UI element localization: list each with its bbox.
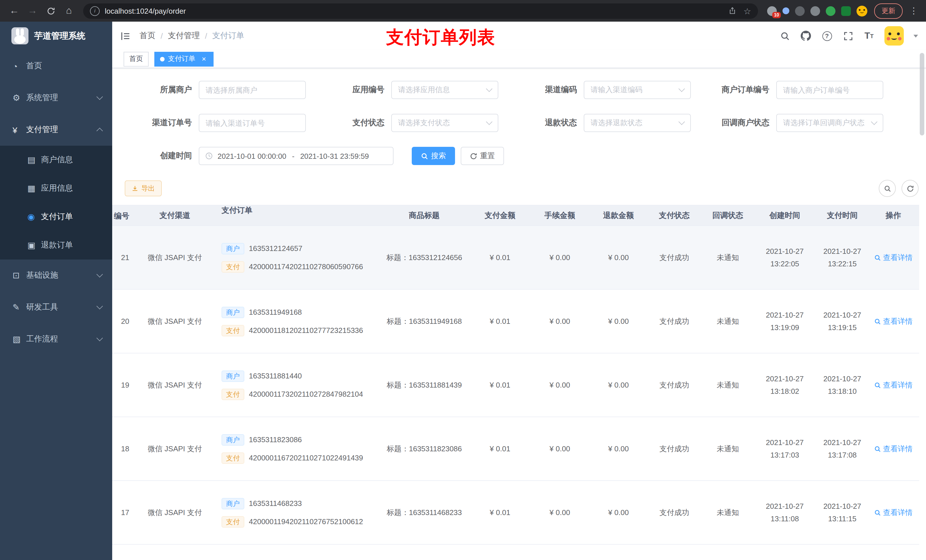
page-title-annotation: 支付订单列表 — [386, 26, 495, 50]
table-row: 21 微信 JSAPI 支付 商户 1635312124657 支付 42000… — [112, 226, 919, 290]
cell-notify: 未通知 — [701, 226, 755, 289]
cell-fee: ¥ 0.00 — [530, 353, 589, 417]
extension-icon[interactable]: 10 — [767, 6, 777, 16]
breadcrumb-home[interactable]: 首页 — [139, 31, 156, 41]
sidebar-item-label: 退款订单 — [41, 240, 102, 251]
github-icon[interactable] — [800, 30, 811, 42]
sidebar-item-pay-order[interactable]: ◉ 支付订单 — [0, 202, 112, 231]
sidebar-item-payment[interactable]: ¥ 支付管理 — [0, 114, 112, 146]
scrollbar-thumb[interactable] — [920, 53, 924, 136]
view-detail-link[interactable]: 查看详情 — [874, 316, 912, 326]
top-navbar: 首页 / 支付管理 / 支付订单 ? — [112, 22, 926, 50]
cell-status: 支付成功 — [648, 417, 701, 480]
sidebar-fold-icon[interactable] — [120, 30, 131, 41]
sidebar-item-workflow[interactable]: ▧ 工作流程 — [0, 323, 112, 355]
tab-pay-order[interactable]: 支付订单 × — [154, 51, 213, 66]
sidebar-item-label: 基础设施 — [26, 270, 97, 281]
chevron-down-icon — [679, 119, 685, 125]
create-time-range[interactable]: 2021-10-01 00:00:00 - 2021-10-31 23:59:5… — [199, 147, 393, 165]
profile-avatar[interactable] — [856, 5, 867, 16]
view-detail-link[interactable]: 查看详情 — [874, 444, 912, 454]
cell-fee: ¥ 0.00 — [530, 481, 589, 544]
table-header: 编号 支付渠道 支付订单 商品标题 支付金额 手续金额 退款金额 支付状态 回调… — [112, 205, 919, 226]
address-bar[interactable]: i localhost:1024/pay/order ☆ — [83, 3, 758, 18]
browser-update-button[interactable]: 更新 — [874, 3, 903, 18]
cell-actions: 查看详情 — [870, 545, 917, 560]
site-info-icon[interactable]: i — [90, 6, 100, 16]
page-content: 所属商户 应用编号 请选择应用信息 渠道编码 请输入渠道编码 — [112, 68, 926, 560]
view-detail-link[interactable]: 查看详情 — [874, 380, 912, 390]
share-icon[interactable] — [728, 7, 736, 15]
notify-status-select[interactable]: 请选择订单回调商户状态 — [776, 114, 883, 132]
channel-order-no: 4200001167202110271022491439 — [249, 454, 363, 462]
sidebar-item-home[interactable]: ◔ 首页 — [0, 50, 112, 82]
table-row: 商户 1635311357186 支付 标题： 查看详情 — [112, 545, 919, 560]
breadcrumb-separator: / — [160, 31, 163, 41]
cell-amount: ¥ 0.01 — [470, 226, 530, 289]
extension-icon[interactable] — [841, 6, 851, 16]
clock-icon — [205, 152, 213, 160]
extension-icon[interactable] — [795, 6, 805, 16]
breadcrumb-payment[interactable]: 支付管理 — [168, 31, 200, 41]
channel-order-no-input[interactable] — [199, 114, 306, 132]
navbar-actions: ? TT — [779, 26, 918, 45]
export-button[interactable]: 导出 — [125, 180, 162, 196]
font-size-icon[interactable]: TT — [863, 30, 875, 42]
bookmark-star-icon[interactable]: ☆ — [743, 6, 751, 15]
browser-extensions[interactable]: 10 — [764, 5, 871, 16]
cell-create-time: 2021-10-27 13:22:05 — [755, 226, 815, 289]
cell-id — [112, 545, 135, 560]
infra-icon: ⊡ — [12, 270, 26, 281]
sidebar-item-devtools[interactable]: ✎ 研发工具 — [0, 291, 112, 323]
col-amount: 支付金额 — [470, 205, 530, 225]
view-detail-link[interactable]: 查看详情 — [874, 252, 912, 263]
sidebar-item-label: 工作流程 — [26, 334, 97, 344]
channel-order-no: 4200001181202110277723215336 — [249, 326, 363, 335]
sidebar-item-app-info[interactable]: ▦ 应用信息 — [0, 174, 112, 202]
pay-tag: 支付 — [221, 452, 244, 463]
search-button[interactable]: 搜索 — [412, 147, 455, 165]
cell-create-time: 2021-10-27 13:17:03 — [755, 417, 815, 480]
toggle-search-button[interactable] — [879, 180, 896, 197]
search-icon[interactable] — [779, 30, 790, 42]
refresh-button[interactable] — [902, 180, 918, 197]
merchant-input[interactable] — [199, 81, 306, 99]
help-icon[interactable]: ? — [821, 30, 832, 42]
cell-refund — [589, 545, 648, 560]
devtool-icon: ✎ — [12, 302, 26, 312]
close-icon[interactable]: × — [200, 55, 208, 63]
avatar[interactable] — [884, 26, 904, 45]
cell-pay-time: 2021-10-27 13:11:15 — [815, 481, 870, 544]
channel-code-select[interactable]: 请输入渠道编码 — [584, 81, 691, 99]
extension-icon[interactable] — [782, 8, 789, 14]
browser-back-icon[interactable]: ← — [6, 2, 23, 20]
cell-status: 支付成功 — [648, 481, 701, 544]
sidebar-item-refund-order[interactable]: ▣ 退款订单 — [0, 231, 112, 260]
sidebar-item-label: 系统管理 — [26, 93, 97, 103]
sidebar-item-merchant-info[interactable]: ▤ 商户信息 — [0, 146, 112, 174]
sidebar-item-infrastructure[interactable]: ⊡ 基础设施 — [0, 260, 112, 291]
refund-status-select[interactable]: 请选择退款状态 — [584, 114, 691, 132]
app-no-select[interactable]: 请选择应用信息 — [391, 81, 498, 99]
merchant-order-no-input[interactable] — [776, 81, 883, 99]
pay-status-select[interactable]: 请选择支付状态 — [391, 114, 498, 132]
col-notify: 回调状态 — [701, 205, 755, 225]
sidebar-item-label: 商户信息 — [41, 155, 102, 165]
merchant-card-icon: ▤ — [27, 155, 41, 165]
sidebar-item-system[interactable]: ⚙ 系统管理 — [0, 82, 112, 114]
avatar-caret-icon[interactable] — [914, 35, 918, 37]
browser-forward-icon[interactable]: → — [24, 2, 41, 20]
extension-icon[interactable] — [826, 6, 835, 16]
fullscreen-icon[interactable] — [842, 30, 854, 42]
extension-icon[interactable] — [810, 6, 820, 16]
browser-home-icon[interactable]: ⌂ — [61, 2, 77, 20]
tab-home[interactable]: 首页 — [124, 51, 149, 66]
cell-id: 18 — [112, 417, 135, 480]
view-detail-link[interactable]: 查看详情 — [874, 507, 912, 518]
browser-menu-icon[interactable]: ⋮ — [907, 6, 920, 16]
sidebar-item-label: 研发工具 — [26, 302, 97, 312]
cell-title: 标题： 1635311949168 — [379, 290, 470, 353]
reset-button[interactable]: 重置 — [461, 147, 504, 165]
col-channel: 支付渠道 — [135, 205, 215, 225]
browser-reload-icon[interactable] — [42, 2, 59, 20]
